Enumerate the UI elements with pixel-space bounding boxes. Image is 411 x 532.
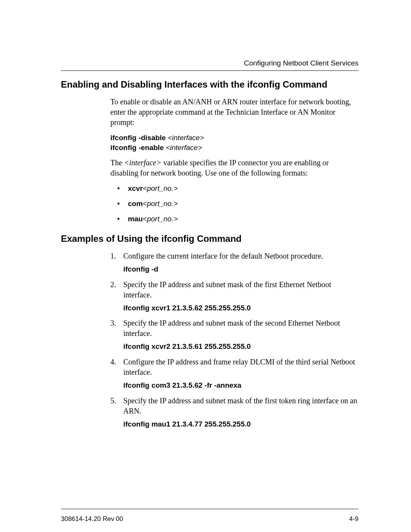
list-item: mau<port_no.> xyxy=(110,214,358,224)
if-name: com xyxy=(128,200,143,208)
footer-page-number: 4-9 xyxy=(349,515,358,523)
section-heading-enabling: Enabling and Disabling Interfaces with t… xyxy=(61,79,358,90)
example-command: ifconfig mau1 21.3.4.77 255.255.255.0 xyxy=(123,419,358,429)
cmd-enable-keyword: ifconfig -enable xyxy=(110,144,164,152)
example-command: ifconfig xcvr1 21.3.5.62 255.255.255.0 xyxy=(123,303,358,313)
example-item: Specify the IP address and subnet mask o… xyxy=(110,280,358,313)
footer-doc-id: 308614-14.20 Rev 00 xyxy=(61,515,123,523)
example-text: Configure the IP address and frame relay… xyxy=(123,357,358,377)
example-item: Specify the IP address and subnet mask o… xyxy=(110,318,358,351)
if-port: <port_no.> xyxy=(143,215,178,223)
command-line-disable: ifconfig -disable <interface> xyxy=(110,133,358,143)
running-header: Configuring Netboot Client Services xyxy=(61,59,358,67)
explain-var: <interface> xyxy=(124,158,161,167)
footer-rule xyxy=(61,509,358,509)
cmd-disable-arg: <interface> xyxy=(166,134,204,142)
if-port: <port_no.> xyxy=(143,200,178,208)
section-heading-examples: Examples of Using the ifconfig Command xyxy=(61,233,358,244)
example-text: Configure the current interface for the … xyxy=(123,251,358,261)
section2-body: Configure the current interface for the … xyxy=(110,251,358,429)
command-line-enable: ifconfig -enable <interface> xyxy=(110,143,358,153)
cmd-enable-arg: <interface> xyxy=(164,144,202,152)
example-item: Configure the IP address and frame relay… xyxy=(110,357,358,390)
command-syntax-block: ifconfig -disable <interface> ifconfig -… xyxy=(110,133,358,152)
interface-explanation: The <interface> variable specifies the I… xyxy=(110,158,358,178)
if-name: xcvr xyxy=(128,184,143,192)
list-item: xcvr<port_no.> xyxy=(110,184,358,193)
example-item: Specify the IP address and subnet mask o… xyxy=(110,396,358,429)
if-name: mau xyxy=(128,215,143,223)
example-command: ifconfig com3 21.3.5.62 -fr -annexa xyxy=(123,380,358,390)
examples-list: Configure the current interface for the … xyxy=(110,251,358,429)
intro-paragraph: To enable or disable an AN/ANH or ARN ro… xyxy=(110,97,358,128)
example-text: Specify the IP address and subnet mask o… xyxy=(123,396,358,416)
example-text: Specify the IP address and subnet mask o… xyxy=(123,280,358,300)
cmd-disable-keyword: ifconfig -disable xyxy=(110,134,166,142)
example-item: Configure the current interface for the … xyxy=(110,251,358,274)
page: Configuring Netboot Client Services Enab… xyxy=(0,0,411,532)
interface-format-list: xcvr<port_no.> com<port_no.> mau<port_no… xyxy=(110,184,358,224)
section1-body: To enable or disable an AN/ANH or ARN ro… xyxy=(110,97,358,224)
header-rule xyxy=(61,70,358,71)
page-footer: 308614-14.20 Rev 00 4-9 xyxy=(61,515,358,523)
example-command: ifconfig -d xyxy=(123,264,358,274)
example-text: Specify the IP address and subnet mask o… xyxy=(123,318,358,339)
example-command: ifconfig xcvr2 21.3.5.61 255.255.255.0 xyxy=(123,342,358,351)
if-port: <port_no.> xyxy=(143,184,178,192)
explain-pre: The xyxy=(110,158,124,167)
list-item: com<port_no.> xyxy=(110,199,358,209)
